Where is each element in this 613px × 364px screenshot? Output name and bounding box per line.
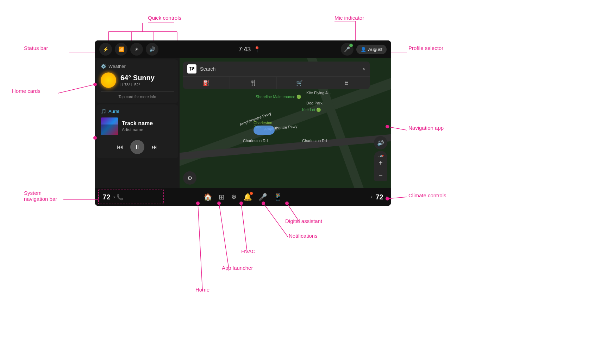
- hvac-label: HVAC: [241, 248, 256, 254]
- time-display: 7:43: [238, 46, 251, 53]
- search-expand-icon: ∧: [362, 66, 365, 71]
- audio-map-button[interactable]: 🔊: [374, 136, 387, 149]
- temp-right-down-arrow[interactable]: ‹: [371, 194, 373, 200]
- maps-logo: 🗺: [187, 64, 196, 74]
- app-launcher-label: App launcher: [222, 265, 253, 271]
- mic-indicator-label: Mic indicator: [334, 15, 364, 21]
- svg-line-30: [198, 203, 202, 291]
- volume-icon[interactable]: 🔊: [146, 43, 158, 56]
- weather-card[interactable]: ⚙️ Weather 64° Sunny H 78° L 52° Tap car…: [96, 59, 178, 103]
- pause-button[interactable]: ⏸: [130, 140, 144, 154]
- map-zoom-buttons: + −: [374, 157, 387, 181]
- svg-line-28: [219, 203, 229, 269]
- weather-info: 64° Sunny H 78° L 52°: [120, 74, 155, 87]
- climate-left: ‹ 72 › 📞: [95, 193, 141, 201]
- temp-left-value: 72: [102, 193, 110, 201]
- food-shortcut[interactable]: 🍴: [230, 77, 277, 89]
- notifications-label: Notifications: [289, 233, 318, 239]
- system-nav-bar-label: Systemnavigation bar: [24, 190, 57, 202]
- climate-left-icon[interactable]: 📞: [117, 194, 124, 200]
- status-bar-right: 🎤 👤 August: [341, 43, 387, 56]
- map-location-pin: [254, 126, 275, 135]
- map-place-2: Kite Flying A...: [306, 91, 331, 95]
- climate-right: ‹ 72 ›: [345, 193, 391, 201]
- car-screen: ⚡ 📶 ☀ 🔊 7:43 📍 🎤 👤 August ⚙️ Weathe: [95, 40, 391, 206]
- music-card[interactable]: 🎵 Aural Track name Artist name ⏮ ⏸ ⏭: [96, 104, 178, 158]
- digital-assistant-button[interactable]: 🎤: [258, 193, 267, 201]
- weather-temperature: 64° Sunny: [120, 74, 155, 82]
- map-search-container[interactable]: 🗺 Search ∧ ⛽ 🍴 🛒 🖥: [183, 62, 370, 89]
- map-settings-button[interactable]: ⚙: [183, 171, 196, 185]
- map-place-3: Dog Park: [306, 101, 323, 105]
- parking-shortcut[interactable]: 🖥: [323, 77, 370, 89]
- status-bar: ⚡ 📶 ☀ 🔊 7:43 📍 🎤 👤 August: [95, 40, 391, 58]
- fuel-shortcut[interactable]: ⛽: [183, 77, 230, 89]
- music-app-name: Aural: [108, 109, 119, 114]
- hvac-button[interactable]: ❄: [231, 193, 237, 201]
- location-icon: 📍: [254, 46, 261, 53]
- temp-left-up-arrow[interactable]: ›: [113, 194, 115, 200]
- bottom-nav-bar: ‹ 72 › 📞 🏠 ⊞ ❄ 🔔 🎤 📱 ‹ 72 ›: [95, 188, 391, 206]
- signal-icon[interactable]: 📶: [115, 43, 127, 56]
- music-app-icon: 🎵: [101, 109, 106, 114]
- shopping-shortcut[interactable]: 🛒: [277, 77, 324, 89]
- temp-right-value: 72: [375, 193, 383, 201]
- map-road-label-3: Charleston Rd: [243, 139, 268, 143]
- weather-header: ⚙️ Weather: [101, 64, 174, 69]
- svg-line-24: [263, 203, 288, 237]
- home-button[interactable]: 🏠: [204, 193, 212, 201]
- temp-left-down-arrow[interactable]: ‹: [98, 194, 100, 200]
- left-panel: ⚙️ Weather 64° Sunny H 78° L 52° Tap car…: [95, 58, 180, 188]
- profile-selector-button[interactable]: 👤 August: [356, 45, 387, 54]
- zoom-in-button[interactable]: +: [374, 157, 387, 169]
- map-search-bar[interactable]: 🗺 Search ∧: [183, 62, 370, 77]
- map-road-label-4: Charleston Rd: [302, 139, 327, 143]
- map-shortcuts: ⛽ 🍴 🛒 🖥: [183, 77, 370, 89]
- music-app-header: 🎵 Aural: [101, 109, 174, 114]
- svg-line-26: [241, 203, 247, 253]
- temp-right-up-arrow[interactable]: ›: [386, 194, 388, 200]
- music-controls: ⏮ ⏸ ⏭: [101, 140, 174, 154]
- profile-selector-label: Profile selector: [408, 45, 443, 51]
- notifications-button[interactable]: 🔔: [243, 193, 252, 201]
- quick-controls-label: Quick controls: [148, 15, 181, 21]
- climate-controls-label: Climate controls: [408, 192, 446, 198]
- status-bar-center: 7:43 📍: [238, 46, 261, 53]
- map-area[interactable]: Amphitheatre Pkwy Amphitheatre Pkwy Char…: [180, 58, 391, 188]
- phone-button[interactable]: 📱: [274, 193, 282, 201]
- status-bar-left: ⚡ 📶 ☀ 🔊: [99, 43, 158, 56]
- music-track-row: Track name Artist name: [101, 117, 174, 135]
- status-bar-label: Status bar: [24, 45, 48, 51]
- profile-icon: 👤: [361, 47, 366, 52]
- artist-name: Artist name: [122, 127, 153, 132]
- bluetooth-icon[interactable]: ⚡: [99, 43, 112, 56]
- track-info: Track name Artist name: [122, 120, 153, 132]
- app-launcher-button[interactable]: ⊞: [219, 193, 225, 201]
- brightness-icon[interactable]: ☀: [130, 43, 143, 56]
- home-cards-label: Home cards: [12, 88, 40, 94]
- digital-assistant-label: Digital assistant: [285, 218, 322, 224]
- svg-line-13: [58, 84, 95, 93]
- weather-details: H 78° L 52°: [120, 83, 155, 87]
- zoom-out-button[interactable]: −: [374, 169, 387, 181]
- navigation-app-label: Navigation app: [408, 125, 444, 131]
- album-art: [101, 117, 118, 135]
- nav-center: 🏠 ⊞ ❄ 🔔 🎤 📱: [141, 193, 345, 201]
- map-search-text[interactable]: Search: [200, 66, 359, 72]
- next-track-button[interactable]: ⏭: [151, 143, 158, 151]
- sun-icon: [101, 72, 116, 88]
- map-place-1: Kite Lot 🟢: [302, 108, 321, 112]
- weather-app-name: Weather: [108, 64, 126, 69]
- profile-name: August: [368, 47, 382, 52]
- weather-main: 64° Sunny H 78° L 52°: [101, 72, 174, 88]
- weather-tap-info[interactable]: Tap card for more info: [101, 91, 174, 99]
- mic-active-indicator: [349, 44, 353, 47]
- weather-icon: ⚙️: [101, 64, 106, 69]
- prev-track-button[interactable]: ⏮: [117, 143, 123, 151]
- mic-button[interactable]: 🎤: [341, 43, 354, 56]
- track-name: Track name: [122, 120, 153, 127]
- home-label: Home: [195, 287, 209, 293]
- map-place-4: Shoreline Maintenance 🟢: [256, 95, 301, 99]
